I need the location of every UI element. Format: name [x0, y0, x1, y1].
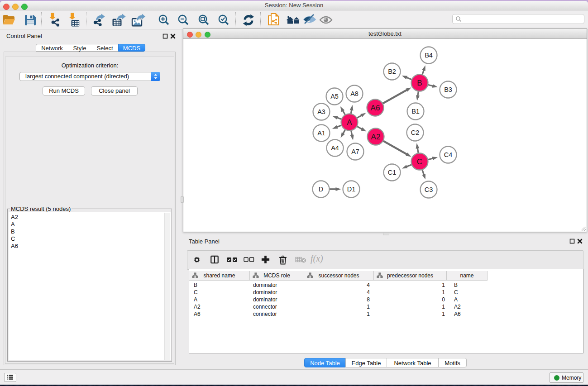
svg-text:C1: C1 — [388, 169, 397, 176]
svg-text:B1: B1 — [411, 108, 420, 115]
svg-text:A2: A2 — [371, 133, 381, 141]
svg-text:B4: B4 — [425, 52, 433, 59]
svg-text:C: C — [417, 157, 422, 166]
svg-text:A5: A5 — [330, 93, 339, 100]
svg-text:A: A — [347, 118, 352, 127]
svg-text:A4: A4 — [331, 144, 339, 152]
svg-text:B: B — [417, 79, 422, 87]
svg-text:D1: D1 — [347, 186, 356, 193]
svg-text:C3: C3 — [425, 186, 433, 193]
svg-text:C2: C2 — [411, 129, 420, 136]
svg-text:B3: B3 — [444, 86, 452, 93]
svg-text:B2: B2 — [388, 68, 396, 75]
svg-text:C4: C4 — [444, 151, 453, 158]
svg-text:A8: A8 — [350, 90, 359, 97]
svg-text:A6: A6 — [371, 104, 380, 112]
svg-text:D: D — [319, 186, 323, 193]
svg-text:A1: A1 — [317, 129, 325, 137]
svg-text:A7: A7 — [351, 148, 359, 155]
svg-text:A3: A3 — [317, 108, 325, 115]
